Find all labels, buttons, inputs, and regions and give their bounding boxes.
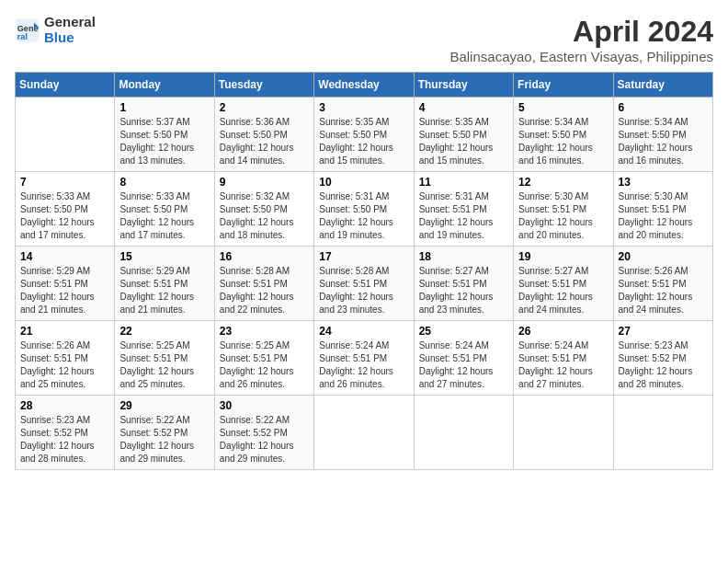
day-cell: 18Sunrise: 5:27 AM Sunset: 5:51 PM Dayli… [414, 247, 513, 321]
day-cell: 20Sunrise: 5:26 AM Sunset: 5:51 PM Dayli… [613, 247, 712, 321]
day-info: Sunrise: 5:28 AM Sunset: 5:51 PM Dayligh… [319, 265, 408, 316]
day-cell: 15Sunrise: 5:29 AM Sunset: 5:51 PM Dayli… [115, 247, 214, 321]
header-friday: Friday [514, 73, 613, 98]
day-number: 28 [20, 399, 109, 412]
day-cell: 19Sunrise: 5:27 AM Sunset: 5:51 PM Dayli… [514, 247, 613, 321]
day-info: Sunrise: 5:25 AM Sunset: 5:51 PM Dayligh… [220, 339, 309, 391]
day-info: Sunrise: 5:30 AM Sunset: 5:51 PM Dayligh… [518, 190, 608, 242]
day-info: Sunrise: 5:29 AM Sunset: 5:51 PM Dayligh… [119, 265, 209, 316]
day-cell: 1Sunrise: 5:37 AM Sunset: 5:50 PM Daylig… [115, 98, 214, 172]
day-info: Sunrise: 5:34 AM Sunset: 5:50 PM Dayligh… [518, 116, 608, 167]
day-number: 21 [20, 325, 109, 338]
day-cell: 25Sunrise: 5:24 AM Sunset: 5:51 PM Dayli… [414, 321, 513, 396]
day-info: Sunrise: 5:30 AM Sunset: 5:51 PM Dayligh… [619, 190, 708, 242]
day-cell: 12Sunrise: 5:30 AM Sunset: 5:51 PM Dayli… [514, 172, 613, 247]
day-number: 19 [518, 250, 608, 263]
day-number: 12 [518, 176, 608, 189]
header-monday: Monday [115, 73, 214, 98]
day-cell: 14Sunrise: 5:29 AM Sunset: 5:51 PM Dayli… [16, 247, 115, 321]
day-cell: 27Sunrise: 5:23 AM Sunset: 5:52 PM Dayli… [613, 321, 712, 396]
day-info: Sunrise: 5:33 AM Sunset: 5:50 PM Dayligh… [20, 190, 109, 242]
day-cell: 23Sunrise: 5:25 AM Sunset: 5:51 PM Dayli… [214, 321, 313, 396]
day-cell [414, 396, 513, 470]
day-number: 26 [518, 325, 608, 338]
day-number: 30 [220, 399, 309, 412]
day-cell: 8Sunrise: 5:33 AM Sunset: 5:50 PM Daylig… [115, 172, 214, 247]
day-number: 9 [220, 176, 309, 189]
day-info: Sunrise: 5:24 AM Sunset: 5:51 PM Dayligh… [319, 339, 408, 391]
day-info: Sunrise: 5:26 AM Sunset: 5:51 PM Dayligh… [20, 339, 109, 391]
day-cell: 7Sunrise: 5:33 AM Sunset: 5:50 PM Daylig… [16, 172, 115, 247]
day-info: Sunrise: 5:35 AM Sunset: 5:50 PM Dayligh… [319, 116, 408, 167]
day-number: 25 [419, 325, 508, 338]
day-cell: 10Sunrise: 5:31 AM Sunset: 5:50 PM Dayli… [314, 172, 414, 247]
day-info: Sunrise: 5:22 AM Sunset: 5:52 PM Dayligh… [220, 414, 309, 465]
day-cell: 11Sunrise: 5:31 AM Sunset: 5:51 PM Dayli… [414, 172, 513, 247]
main-title: April 2024 [449, 15, 713, 49]
day-cell: 16Sunrise: 5:28 AM Sunset: 5:51 PM Dayli… [214, 247, 313, 321]
day-number: 5 [518, 101, 608, 114]
subtitle: Balinsacayao, Eastern Visayas, Philippin… [449, 49, 713, 64]
calendar-table: SundayMondayTuesdayWednesdayThursdayFrid… [15, 72, 713, 470]
logo-line1: General [44, 15, 96, 30]
week-row-5: 28Sunrise: 5:23 AM Sunset: 5:52 PM Dayli… [16, 396, 713, 470]
week-row-3: 14Sunrise: 5:29 AM Sunset: 5:51 PM Dayli… [16, 247, 713, 321]
day-cell [314, 396, 414, 470]
day-number: 11 [419, 176, 508, 189]
header-sunday: Sunday [16, 73, 115, 98]
day-number: 22 [119, 325, 209, 338]
day-info: Sunrise: 5:27 AM Sunset: 5:51 PM Dayligh… [518, 265, 608, 316]
day-number: 1 [119, 101, 209, 114]
day-number: 23 [220, 325, 309, 338]
day-info: Sunrise: 5:23 AM Sunset: 5:52 PM Dayligh… [619, 339, 708, 391]
day-number: 15 [119, 250, 209, 263]
day-number: 4 [419, 101, 508, 114]
day-number: 27 [619, 325, 708, 338]
day-cell: 6Sunrise: 5:34 AM Sunset: 5:50 PM Daylig… [613, 98, 712, 172]
day-number: 7 [20, 176, 109, 189]
day-number: 14 [20, 250, 109, 263]
day-cell: 30Sunrise: 5:22 AM Sunset: 5:52 PM Dayli… [214, 396, 313, 470]
week-row-1: 1Sunrise: 5:37 AM Sunset: 5:50 PM Daylig… [16, 98, 713, 172]
day-number: 2 [220, 101, 309, 114]
title-block: April 2024 Balinsacayao, Eastern Visayas… [449, 15, 713, 64]
day-cell: 9Sunrise: 5:32 AM Sunset: 5:50 PM Daylig… [214, 172, 313, 247]
logo-icon: Gene ral [15, 17, 40, 43]
day-cell: 4Sunrise: 5:35 AM Sunset: 5:50 PM Daylig… [414, 98, 513, 172]
calendar-body: 1Sunrise: 5:37 AM Sunset: 5:50 PM Daylig… [16, 98, 713, 470]
header-wednesday: Wednesday [314, 73, 414, 98]
week-row-2: 7Sunrise: 5:33 AM Sunset: 5:50 PM Daylig… [16, 172, 713, 247]
day-cell [514, 396, 613, 470]
calendar-header-row: SundayMondayTuesdayWednesdayThursdayFrid… [16, 73, 713, 98]
day-number: 16 [220, 250, 309, 263]
day-cell: 24Sunrise: 5:24 AM Sunset: 5:51 PM Dayli… [314, 321, 414, 396]
day-info: Sunrise: 5:29 AM Sunset: 5:51 PM Dayligh… [20, 265, 109, 316]
day-cell: 13Sunrise: 5:30 AM Sunset: 5:51 PM Dayli… [613, 172, 712, 247]
logo-line2: Blue [44, 30, 96, 46]
day-info: Sunrise: 5:22 AM Sunset: 5:52 PM Dayligh… [119, 414, 209, 465]
day-cell: 29Sunrise: 5:22 AM Sunset: 5:52 PM Dayli… [115, 396, 214, 470]
day-info: Sunrise: 5:34 AM Sunset: 5:50 PM Dayligh… [619, 116, 708, 167]
day-number: 6 [619, 101, 708, 114]
day-number: 24 [319, 325, 408, 338]
day-cell [16, 98, 115, 172]
day-info: Sunrise: 5:27 AM Sunset: 5:51 PM Dayligh… [419, 265, 508, 316]
day-info: Sunrise: 5:33 AM Sunset: 5:50 PM Dayligh… [119, 190, 209, 242]
day-cell [613, 396, 712, 470]
day-info: Sunrise: 5:36 AM Sunset: 5:50 PM Dayligh… [220, 116, 309, 167]
day-info: Sunrise: 5:25 AM Sunset: 5:51 PM Dayligh… [119, 339, 209, 391]
svg-text:ral: ral [17, 31, 28, 40]
day-info: Sunrise: 5:23 AM Sunset: 5:52 PM Dayligh… [20, 414, 109, 465]
day-info: Sunrise: 5:24 AM Sunset: 5:51 PM Dayligh… [518, 339, 608, 391]
page-header: Gene ral General Blue April 2024 Balinsa… [15, 15, 713, 64]
day-cell: 22Sunrise: 5:25 AM Sunset: 5:51 PM Dayli… [115, 321, 214, 396]
day-info: Sunrise: 5:31 AM Sunset: 5:50 PM Dayligh… [319, 190, 408, 242]
day-info: Sunrise: 5:35 AM Sunset: 5:50 PM Dayligh… [419, 116, 508, 167]
header-saturday: Saturday [613, 73, 712, 98]
day-info: Sunrise: 5:24 AM Sunset: 5:51 PM Dayligh… [419, 339, 508, 391]
day-number: 10 [319, 176, 408, 189]
day-number: 29 [119, 399, 209, 412]
day-info: Sunrise: 5:28 AM Sunset: 5:51 PM Dayligh… [220, 265, 309, 316]
day-number: 13 [619, 176, 708, 189]
day-cell: 26Sunrise: 5:24 AM Sunset: 5:51 PM Dayli… [514, 321, 613, 396]
